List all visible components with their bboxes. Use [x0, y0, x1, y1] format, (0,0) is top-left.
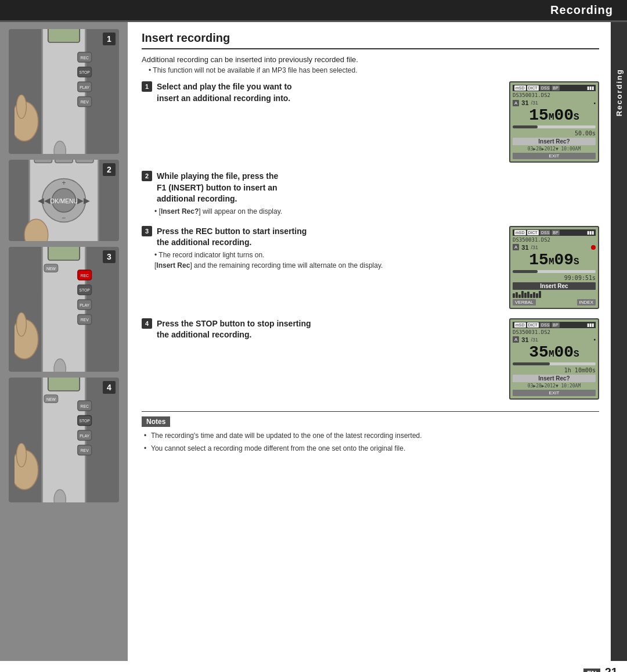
svg-text:▶▶: ▶▶: [77, 196, 90, 205]
lcd-icon-dict-3: DICT: [527, 230, 539, 235]
step-2: 2 While playing the file, press the F1 (…: [142, 171, 599, 215]
svg-text:NEW: NEW: [46, 267, 56, 271]
lcd-top-bar-4: mSD DICT DSS BP ▮▮▮: [513, 322, 596, 328]
svg-text:REC: REC: [81, 55, 89, 59]
svg-text:PLAY: PLAY: [80, 433, 89, 437]
svg-text:PLAY: PLAY: [80, 303, 89, 307]
main-content: Insert recording Additional recording ca…: [128, 22, 611, 661]
waveform-bar: [536, 293, 538, 298]
lcd-icon-msd-4: mSD: [514, 322, 526, 328]
lcd-sub-time-3: 99:09:51s: [513, 275, 596, 281]
lcd-progress-3: [513, 270, 596, 273]
svg-text:STOP: STOP: [80, 288, 91, 292]
lcd-screen-1: mSD DICT DSS BP ▮▮▮ DS350031.DS2 A 31 /3…: [509, 81, 599, 163]
right-sidebar: Recording: [611, 22, 627, 661]
waveform-bar: [513, 293, 515, 298]
svg-text:REV: REV: [81, 318, 89, 322]
lcd-time-big-1: 15M00S: [513, 107, 596, 124]
lcd-track-num-1: 31: [521, 99, 528, 106]
step-3: 3 Press the REC button to start insertin…: [142, 226, 599, 309]
lcd-icon-dict-4: DICT: [527, 322, 539, 328]
lcd-icon-dss: DSS: [540, 85, 550, 91]
svg-text:NEW: NEW: [46, 397, 56, 401]
waveform-bar: [527, 292, 529, 298]
svg-text:REC: REC: [81, 273, 89, 277]
lcd-track-row-4: A 31 /31 ▪: [513, 336, 596, 343]
lcd-label-3: Insert Rec: [513, 282, 596, 290]
svg-text:F1: F1: [40, 160, 46, 161]
step-2-sub: • [Insert Rec?] will appear on the displ…: [154, 207, 599, 215]
device-svg-2: F1 F2 F3 OK/MENU ◀◀ ▶▶ + −: [15, 160, 113, 241]
lcd-folder-icon-4: ▪: [593, 336, 596, 343]
waveform-bar: [524, 293, 527, 298]
lcd-track-badge-3: A: [513, 244, 519, 250]
step-1-text: 1 Select and play the file you want to i…: [142, 81, 500, 104]
lcd-track-total-1: /31: [531, 100, 539, 106]
intro-bullet: • This function will not be available if…: [142, 66, 599, 74]
page-title: Recording: [550, 3, 613, 16]
notes-list: The recording's time and date will be up…: [142, 430, 599, 454]
lcd-progress-4: [513, 362, 596, 365]
lcd-index-btn: INDEX: [577, 299, 596, 306]
svg-text:STOP: STOP: [80, 419, 91, 423]
lcd-icons-1: mSD DICT DSS BP: [514, 85, 560, 91]
lcd-screen-3: mSD DICT DSS BP ▮▮▮ DS350031.DS2 A 31 /3…: [509, 226, 599, 309]
lcd-top-bar-3: mSD DICT DSS BP ▮▮▮: [513, 229, 596, 236]
lcd-icon-msd-3: mSD: [514, 230, 526, 235]
svg-text:+: +: [62, 179, 66, 188]
lcd-time-big-4: 35M00S: [513, 344, 596, 361]
lcd-waveform-3: [513, 291, 596, 298]
svg-text:REV: REV: [81, 448, 89, 452]
note-item-2: You cannot select a recording mode diffe…: [142, 443, 599, 454]
lcd-progress-fill-1: [513, 125, 538, 128]
svg-text:PLAY: PLAY: [80, 85, 89, 89]
svg-rect-29: [48, 247, 80, 260]
device-image-2: 2 F1 F2 F3 OK/MENU ◀◀ ▶▶ + −: [9, 160, 119, 241]
svg-text:REV: REV: [81, 100, 89, 104]
waveform-bar: [533, 292, 535, 298]
lcd-icon-dss-3: DSS: [540, 230, 550, 235]
lcd-battery-4: ▮▮▮: [587, 322, 594, 328]
lcd-date-1: 03▶28▶2012▼ 10:00AM: [513, 146, 596, 152]
lcd-time-big-3: 15M09S: [513, 252, 596, 268]
lcd-icon-bp-3: BP: [552, 230, 559, 235]
page-footer: EN 21: [0, 661, 627, 672]
svg-point-41: [16, 312, 26, 336]
lcd-progress-fill-3: [513, 270, 538, 273]
waveform-bar: [518, 294, 521, 298]
waveform-bar: [530, 294, 532, 298]
lcd-progress-fill-4: [513, 362, 550, 365]
lcd-bottom-btns-3: VERBAL INDEX: [513, 299, 596, 306]
device-images-column: 1 REC STOP PLAY REV: [0, 22, 128, 661]
device-badge-1: 1: [103, 33, 116, 45]
step-2-heading: While playing the file, press the F1 (IN…: [157, 171, 278, 205]
lcd-exit-btn-4: EXIT: [513, 390, 596, 396]
step-4: 4 Press the STOP button to stop insertin…: [142, 318, 599, 400]
step-1: 1 Select and play the file you want to i…: [142, 81, 599, 163]
lcd-screen-4: mSD DICT DSS BP ▮▮▮ DS350031.DS2 A 31 /3…: [509, 318, 599, 400]
lcd-exit-btn-1: EXIT: [513, 153, 596, 159]
lcd-track-total-3: /31: [531, 245, 539, 250]
lcd-icon-bp: BP: [552, 85, 559, 91]
lcd-track-badge-1: A: [513, 100, 519, 106]
svg-point-56: [16, 443, 26, 467]
device-image-3: 3 NEW REC STOP PLAY REV: [9, 247, 119, 372]
waveform-bar: [521, 291, 524, 298]
footer-lang: EN: [583, 669, 600, 672]
step-4-text: 4 Press the STOP button to stop insertin…: [142, 318, 500, 341]
lcd-track-num-4: 31: [521, 336, 528, 343]
waveform-bar: [516, 292, 518, 298]
lcd-date-4: 03▶28▶2012▼ 10:20AM: [513, 383, 596, 389]
svg-text:REC: REC: [81, 404, 89, 408]
lcd-label-1: Insert Rec?: [513, 138, 596, 145]
lcd-track-total-4: /31: [531, 337, 539, 343]
step-3-heading: Press the REC button to start inserting …: [157, 226, 307, 249]
lcd-track-badge-4: A: [513, 336, 519, 343]
lcd-sub-time-1: 50.00s: [513, 130, 596, 136]
lcd-track-row-3: A 31 /31: [513, 244, 596, 251]
lcd-icons-4: mSD DICT DSS BP: [514, 322, 560, 328]
lcd-icon-msd: mSD: [514, 85, 526, 91]
device-image-1: 1 REC STOP PLAY REV: [9, 29, 119, 154]
svg-point-11: [16, 95, 26, 118]
svg-rect-44: [48, 378, 80, 391]
